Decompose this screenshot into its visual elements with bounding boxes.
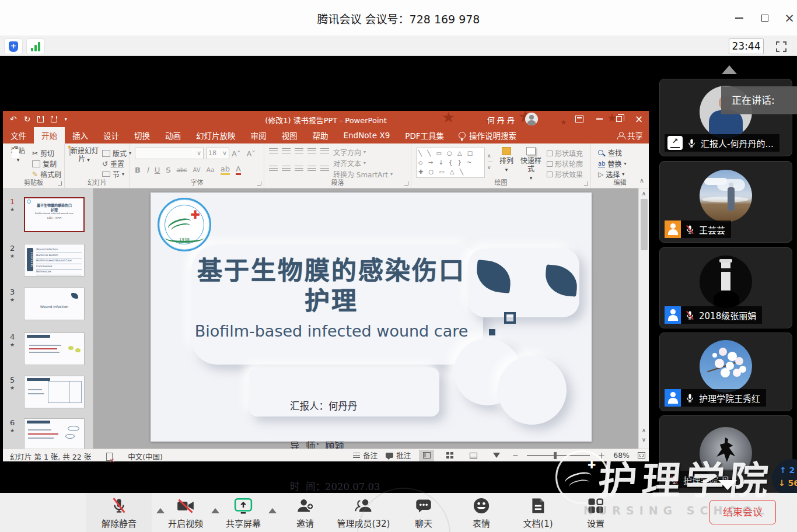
replace-button[interactable]: ab替换▾: [598, 159, 627, 169]
tab-home[interactable]: 开始: [34, 127, 65, 144]
participant-tile[interactable]: 护理学院王秀红: [659, 332, 792, 411]
bold-button[interactable]: B: [135, 166, 141, 174]
italic-button[interactable]: I: [146, 166, 149, 174]
cut-button[interactable]: ✂剪切: [32, 148, 54, 158]
share-options-expander[interactable]: [268, 508, 277, 513]
zoom-out-button[interactable]: −: [512, 451, 518, 460]
text-direction-button[interactable]: 文字方向▾: [333, 147, 366, 157]
slide-sorter-button[interactable]: [442, 450, 457, 461]
thumbnail-item-5[interactable]: 5: [3, 376, 93, 410]
indent-increase-icon[interactable]: [307, 148, 316, 155]
invite-button[interactable]: 邀请: [296, 497, 314, 529]
zoom-slider-knob[interactable]: [554, 452, 557, 459]
comments-button[interactable]: 批注: [386, 450, 411, 461]
thumbnail-item-6[interactable]: 6: [3, 418, 93, 449]
highlight-button[interactable]: ab: [221, 164, 230, 175]
tab-help[interactable]: 帮助: [305, 127, 336, 144]
tab-view[interactable]: 视图: [274, 127, 305, 144]
network-quality-button[interactable]: [26, 38, 45, 54]
drawing-dialog-launcher[interactable]: [584, 181, 588, 186]
docs-button[interactable]: 文档(1): [523, 497, 553, 529]
ppt-close-button[interactable]: ×: [629, 111, 649, 127]
align-left-icon[interactable]: [269, 166, 278, 172]
language-label[interactable]: 中文(中国): [128, 451, 163, 462]
bullets-icon[interactable]: [269, 148, 278, 155]
slide-scrollbar[interactable]: ∧ ∧ ∨: [638, 188, 649, 449]
ribbon-display-options-button[interactable]: [569, 111, 589, 127]
scroll-participants-down-icon[interactable]: [718, 480, 737, 490]
paste-button[interactable]: 粘贴▾: [8, 147, 29, 164]
thumbnail-slide-5[interactable]: [24, 376, 85, 408]
shape-fill-button[interactable]: 形状填充: [547, 148, 583, 158]
fullscreen-button[interactable]: [775, 40, 788, 53]
thumbnail-slide-1[interactable]: 基于生物膜的感染伤口 护理 Biofilm-based infected wou…: [24, 197, 85, 232]
ppt-minimize-button[interactable]: [589, 111, 609, 127]
ppt-restore-button[interactable]: [609, 111, 629, 127]
thumbnail-slide-4[interactable]: [24, 332, 85, 365]
line-spacing-icon[interactable]: [320, 148, 329, 155]
next-slide-icon[interactable]: ∨: [639, 436, 649, 443]
mic-options-expander[interactable]: [156, 508, 165, 513]
underline-button[interactable]: U: [155, 166, 160, 174]
reading-view-button[interactable]: [466, 450, 481, 461]
grow-font-icon[interactable]: A˄: [232, 149, 240, 158]
font-color-button[interactable]: A: [236, 164, 241, 175]
tab-animations[interactable]: 动画: [158, 127, 188, 144]
tell-me-search[interactable]: 操作说明搜索: [452, 127, 523, 144]
paragraph-dialog-launcher[interactable]: [404, 181, 408, 186]
shapes-gallery[interactable]: ╲ ╲ ▭ ○ △ □◇ → ↓ { } ~✚ ○ ▭ △ ╲: [416, 148, 485, 178]
collapse-ribbon-icon[interactable]: ∧: [639, 177, 644, 184]
shape-outline-button[interactable]: 形状轮廓: [547, 159, 583, 169]
scroll-up-icon[interactable]: ∧: [639, 190, 649, 197]
tab-transitions[interactable]: 切换: [127, 127, 158, 144]
current-slide[interactable]: ✚ 1938 基于生物膜的感染伤口 护理 Biofilm-based infec…: [151, 192, 592, 442]
ppt-share-button[interactable]: 共享: [617, 127, 643, 144]
strikethrough-button[interactable]: S: [166, 166, 170, 174]
thumbnail-slide-2[interactable]: CONTENTS Wound Infection Bacterial Biofi…: [24, 244, 85, 276]
indent-decrease-icon[interactable]: [295, 148, 303, 155]
tab-slideshow[interactable]: 幻灯片放映: [188, 127, 243, 144]
font-dialog-launcher[interactable]: [257, 181, 261, 186]
change-case-button[interactable]: Aa: [207, 166, 215, 174]
find-button[interactable]: 查找: [598, 148, 622, 158]
shrink-font-icon[interactable]: A˅: [246, 149, 255, 158]
slideshow-view-button[interactable]: [489, 450, 504, 461]
shapes-scroll[interactable]: ∧—∨: [487, 153, 491, 170]
font-size-combo[interactable]: 18∨: [206, 148, 229, 159]
clipboard-dialog-launcher[interactable]: [58, 181, 62, 186]
tab-endnote[interactable]: EndNote X9: [336, 127, 398, 144]
thumbnail-item-2[interactable]: 2 CONTENTS Wound Infection Bacterial Bio…: [3, 244, 93, 278]
align-right-icon[interactable]: [295, 166, 303, 172]
copy-button[interactable]: 复制: [32, 159, 57, 169]
share-screen-button[interactable]: 共享屏幕: [226, 497, 261, 529]
minimize-button[interactable]: [729, 10, 749, 26]
manage-members-button[interactable]: 管理成员(32): [337, 497, 390, 529]
thumbnail-slide-6[interactable]: [24, 418, 85, 449]
video-options-expander[interactable]: [211, 508, 219, 513]
justify-icon[interactable]: [307, 166, 316, 172]
normal-view-button[interactable]: [419, 450, 434, 461]
align-text-button[interactable]: 对齐文本▾: [333, 158, 366, 168]
start-video-button[interactable]: 开启视频: [168, 497, 203, 529]
layout-button[interactable]: 版式▾: [102, 148, 131, 158]
font-name-combo[interactable]: ∨: [135, 148, 204, 159]
thumbnail-slide-3[interactable]: Wound Infection: [24, 288, 85, 320]
participant-tile[interactable]: 王芸芸: [659, 161, 792, 243]
new-slide-button[interactable]: 新建幻灯片 ▾: [68, 147, 100, 164]
tab-insert[interactable]: 插入: [65, 127, 96, 144]
participant-tile[interactable]: 2018级张丽娟: [659, 247, 792, 328]
reset-button[interactable]: ↺重置: [102, 159, 124, 169]
tab-design[interactable]: 设计: [96, 127, 127, 144]
quick-styles-button[interactable]: 快速样式▾: [519, 147, 543, 182]
align-center-icon[interactable]: [282, 166, 291, 172]
unmute-button[interactable]: 解除静音: [102, 497, 137, 529]
spellcheck-icon[interactable]: [106, 453, 113, 461]
maximize-button[interactable]: [755, 10, 775, 26]
tab-pdf-tools[interactable]: PDF工具集: [397, 127, 452, 144]
numbering-icon[interactable]: [282, 148, 291, 155]
previous-slide-icon[interactable]: ∧: [639, 427, 649, 433]
collapse-participants-icon[interactable]: [722, 65, 737, 74]
thumbnail-item-1[interactable]: 1 基于生物膜的感染伤口 护理 Biofilm-based infected w…: [3, 197, 93, 235]
columns-icon[interactable]: [320, 166, 329, 172]
tab-review[interactable]: 审阅: [243, 127, 274, 144]
